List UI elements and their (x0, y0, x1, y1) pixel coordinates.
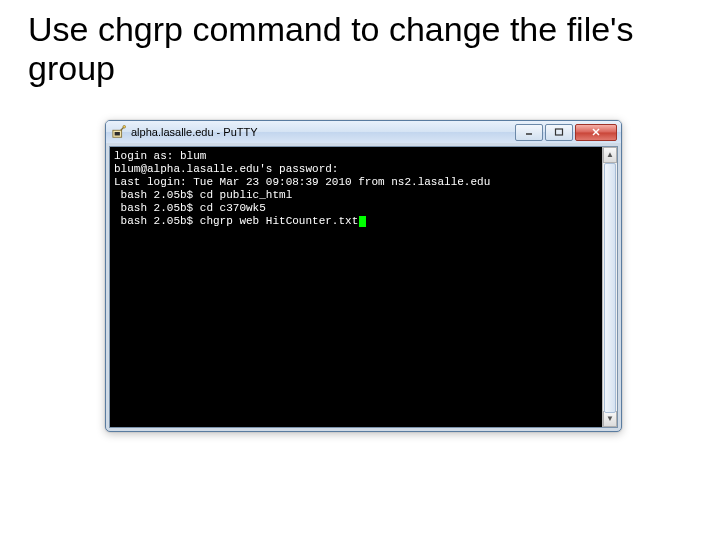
terminal-line: bash 2.05b$ cd public_html (114, 189, 292, 201)
terminal-line: Last login: Tue Mar 23 09:08:39 2010 fro… (114, 176, 490, 188)
terminal-cursor (359, 216, 366, 227)
terminal-area: login as: blum blum@alpha.lasalle.edu's … (109, 146, 618, 428)
scroll-up-button[interactable]: ▲ (603, 147, 617, 163)
svg-rect-5 (556, 129, 563, 135)
scroll-down-button[interactable]: ▼ (603, 411, 617, 427)
svg-point-3 (123, 125, 126, 128)
scrollbar[interactable]: ▲ ▼ (602, 147, 617, 427)
chevron-up-icon: ▲ (606, 151, 614, 159)
window-title-text: alpha.lasalle.edu - PuTTY (131, 126, 513, 138)
terminal-line: bash 2.05b$ chgrp web HitCounter.txt (114, 215, 358, 227)
chevron-down-icon: ▼ (606, 415, 614, 423)
terminal-content[interactable]: login as: blum blum@alpha.lasalle.edu's … (110, 147, 603, 427)
svg-rect-1 (115, 132, 120, 136)
window-buttons (513, 124, 617, 141)
minimize-button[interactable] (515, 124, 543, 141)
slide-title: Use chgrp command to change the file's g… (28, 10, 680, 88)
putty-icon (112, 125, 126, 139)
maximize-button[interactable] (545, 124, 573, 141)
terminal-line: login as: blum (114, 150, 206, 162)
scroll-thumb[interactable] (604, 163, 616, 413)
slide: Use chgrp command to change the file's g… (0, 0, 720, 540)
putty-window: alpha.lasalle.edu - PuTTY login as: blum… (105, 120, 622, 432)
close-button[interactable] (575, 124, 617, 141)
window-titlebar[interactable]: alpha.lasalle.edu - PuTTY (106, 121, 621, 143)
scroll-track[interactable] (603, 163, 617, 411)
terminal-line: blum@alpha.lasalle.edu's password: (114, 163, 338, 175)
terminal-line: bash 2.05b$ cd c370wk5 (114, 202, 266, 214)
